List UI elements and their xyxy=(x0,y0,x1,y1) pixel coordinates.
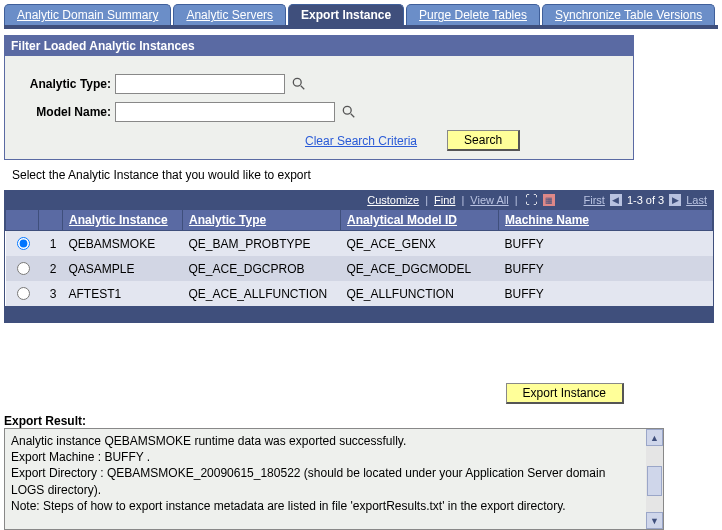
clear-search-criteria-link[interactable]: Clear Search Criteria xyxy=(305,134,417,148)
col-header-analytic-type[interactable]: Analytic Type xyxy=(183,210,341,231)
cell-analytic-instance: QASAMPLE xyxy=(63,256,183,281)
cell-analytic-type: QE_BAM_PROBTYPE xyxy=(183,231,341,257)
tab-analytic-servers[interactable]: Analytic Servers xyxy=(173,4,286,25)
svg-point-2 xyxy=(343,106,351,114)
grid-find-link[interactable]: Find xyxy=(434,194,455,206)
instances-grid: Customize | Find | View All | ⛶ ▦ First … xyxy=(4,190,714,323)
analytic-type-input[interactable] xyxy=(115,74,285,94)
col-header-analytical-model-id[interactable]: Analytical Model ID xyxy=(341,210,499,231)
export-result-box: Analytic instance QEBAMSMOKE runtime dat… xyxy=(4,428,664,530)
table-row: 3 AFTEST1 QE_ACE_ALLFUNCTION QE_ALLFUNCT… xyxy=(6,281,713,306)
grid-zoom-icon[interactable]: ⛶ xyxy=(524,193,538,207)
grid-last-link[interactable]: Last xyxy=(686,194,707,206)
row-select-radio[interactable] xyxy=(17,287,30,300)
grid-prev-icon[interactable]: ◀ xyxy=(609,193,623,207)
cell-analytic-type: QE_ACE_ALLFUNCTION xyxy=(183,281,341,306)
export-result-text[interactable]: Analytic instance QEBAMSMOKE runtime dat… xyxy=(5,429,646,529)
tab-underline xyxy=(4,25,718,29)
table-row: 1 QEBAMSMOKE QE_BAM_PROBTYPE QE_ACE_GENX… xyxy=(6,231,713,257)
row-index: 1 xyxy=(39,231,63,257)
instruction-text: Select the Analytic Instance that you wo… xyxy=(12,168,718,182)
grid-view-all-link[interactable]: View All xyxy=(470,194,508,206)
scroll-thumb[interactable] xyxy=(647,466,662,496)
grid-navigation: Customize | Find | View All | ⛶ ▦ First … xyxy=(5,191,713,209)
grid-customize-link[interactable]: Customize xyxy=(367,194,419,206)
analytic-type-lookup-icon[interactable] xyxy=(291,76,307,92)
cell-analytical-model-id: QE_ALLFUNCTION xyxy=(341,281,499,306)
export-instance-button[interactable]: Export Instance xyxy=(506,383,624,404)
cell-analytic-instance: QEBAMSMOKE xyxy=(63,231,183,257)
row-index: 2 xyxy=(39,256,63,281)
model-name-label: Model Name: xyxy=(15,105,115,119)
col-header-select xyxy=(6,210,39,231)
model-name-input[interactable] xyxy=(115,102,335,122)
cell-analytical-model-id: QE_ACE_GENX xyxy=(341,231,499,257)
cell-analytic-instance: AFTEST1 xyxy=(63,281,183,306)
grid-download-icon[interactable]: ▦ xyxy=(542,193,556,207)
grid-footer-bar xyxy=(5,306,713,322)
analytic-type-label: Analytic Type: xyxy=(15,77,115,91)
grid-first-link[interactable]: First xyxy=(584,194,605,206)
col-header-index xyxy=(39,210,63,231)
model-name-lookup-icon[interactable] xyxy=(341,104,357,120)
tab-synchronize-table-versions[interactable]: Synchronize Table Versions xyxy=(542,4,715,25)
svg-line-3 xyxy=(351,114,355,118)
row-select-radio[interactable] xyxy=(17,262,30,275)
scroll-track[interactable] xyxy=(646,446,663,512)
scroll-down-icon[interactable]: ▼ xyxy=(646,512,663,529)
search-button[interactable]: Search xyxy=(447,130,520,151)
cell-machine-name: BUFFY xyxy=(499,281,713,306)
filter-panel-title: Filter Loaded Analytic Instances xyxy=(5,36,633,56)
tab-purge-delete-tables[interactable]: Purge Delete Tables xyxy=(406,4,540,25)
cell-machine-name: BUFFY xyxy=(499,256,713,281)
cell-analytic-type: QE_ACE_DGCPROB xyxy=(183,256,341,281)
cell-analytical-model-id: QE_ACE_DGCMODEL xyxy=(341,256,499,281)
tab-analytic-domain-summary[interactable]: Analytic Domain Summary xyxy=(4,4,171,25)
svg-line-1 xyxy=(301,86,305,90)
row-select-radio[interactable] xyxy=(17,237,30,250)
cell-machine-name: BUFFY xyxy=(499,231,713,257)
filter-panel: Filter Loaded Analytic Instances Analyti… xyxy=(4,35,634,160)
tab-export-instance[interactable]: Export Instance xyxy=(288,4,404,25)
svg-point-0 xyxy=(293,78,301,86)
row-index: 3 xyxy=(39,281,63,306)
scroll-up-icon[interactable]: ▲ xyxy=(646,429,663,446)
tab-bar: Analytic Domain Summary Analytic Servers… xyxy=(4,4,718,25)
result-scrollbar[interactable]: ▲ ▼ xyxy=(646,429,663,529)
instances-table: Analytic Instance Analytic Type Analytic… xyxy=(5,209,713,306)
grid-next-icon[interactable]: ▶ xyxy=(668,193,682,207)
col-header-machine-name[interactable]: Machine Name xyxy=(499,210,713,231)
grid-range-text: 1-3 of 3 xyxy=(627,194,664,206)
export-result-label: Export Result: xyxy=(4,414,718,428)
col-header-analytic-instance[interactable]: Analytic Instance xyxy=(63,210,183,231)
table-row: 2 QASAMPLE QE_ACE_DGCPROB QE_ACE_DGCMODE… xyxy=(6,256,713,281)
